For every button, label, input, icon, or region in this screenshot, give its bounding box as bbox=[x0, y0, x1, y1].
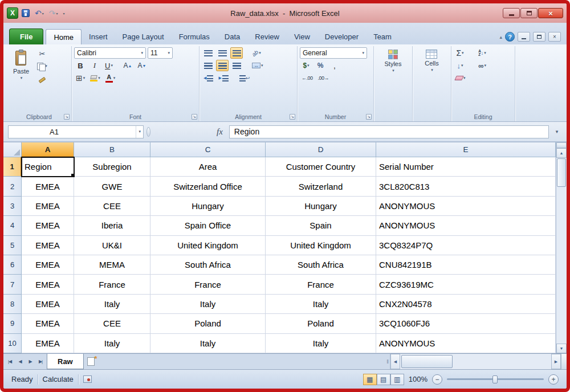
page-layout-view-button[interactable]: ▤ bbox=[377, 374, 390, 385]
cell-E1[interactable]: Serial Number bbox=[376, 157, 556, 177]
redo-button[interactable]: ↷▾ bbox=[47, 8, 60, 18]
excel-app-icon[interactable]: X bbox=[7, 7, 18, 19]
first-sheet-button[interactable]: |◀ bbox=[5, 356, 15, 368]
merge-center-button[interactable]: ↔▾ bbox=[250, 60, 265, 71]
insert-worksheet-button[interactable] bbox=[84, 354, 99, 369]
cell-A9[interactable]: EMEA bbox=[22, 314, 74, 333]
cell-B5[interactable]: UK&I bbox=[74, 236, 150, 255]
align-center-button[interactable] bbox=[216, 60, 229, 71]
alignment-dialog-launcher[interactable]: ↘ bbox=[290, 114, 295, 120]
row-header-4[interactable]: 4 bbox=[3, 216, 22, 235]
tab-insert[interactable]: Insert bbox=[82, 29, 115, 44]
vertical-scrollbar[interactable]: ▲ ▼ bbox=[556, 142, 567, 353]
row-header-3[interactable]: 3 bbox=[3, 197, 22, 216]
next-sheet-button[interactable]: ▶ bbox=[25, 356, 35, 368]
align-right-button[interactable] bbox=[230, 60, 243, 71]
last-sheet-button[interactable]: ▶| bbox=[35, 356, 46, 368]
scroll-down-button[interactable]: ▼ bbox=[556, 344, 567, 353]
format-painter-button[interactable] bbox=[35, 73, 49, 84]
cell-C8[interactable]: Italy bbox=[150, 295, 266, 314]
tab-formulas[interactable]: Formulas bbox=[172, 29, 217, 44]
autosum-button[interactable]: Σ▾ bbox=[454, 47, 466, 59]
zoom-in-button[interactable]: + bbox=[548, 374, 559, 385]
hscroll-resize-handle[interactable] bbox=[561, 354, 567, 369]
cell-C9[interactable]: Poland bbox=[150, 314, 266, 333]
insert-function-button[interactable]: fx bbox=[213, 127, 226, 137]
row-header-2[interactable]: 2 bbox=[3, 177, 22, 196]
cell-B9[interactable]: CEE bbox=[74, 314, 150, 333]
tab-developer[interactable]: Developer bbox=[317, 29, 366, 44]
cell-B8[interactable]: Italy bbox=[74, 295, 150, 314]
cell-C5[interactable]: United Kingdom bbox=[150, 236, 266, 255]
scroll-up-button[interactable]: ▲ bbox=[556, 148, 567, 158]
row-header-1[interactable]: 1 bbox=[3, 157, 22, 177]
row-header-5[interactable]: 5 bbox=[3, 236, 22, 255]
select-all-corner[interactable] bbox=[3, 142, 22, 157]
close-button[interactable]: × bbox=[538, 8, 563, 18]
wrap-text-button[interactable]: ↩ bbox=[238, 72, 252, 84]
sheet-tab-raw[interactable]: Raw bbox=[47, 354, 84, 369]
cell-D10[interactable]: Italy bbox=[266, 334, 376, 353]
tab-review[interactable]: Review bbox=[247, 29, 287, 44]
paste-button[interactable]: Paste ▾ bbox=[9, 47, 33, 84]
split-handle[interactable] bbox=[556, 142, 567, 148]
name-box-resize-handle[interactable] bbox=[146, 127, 150, 137]
prev-sheet-button[interactable]: ◀ bbox=[15, 356, 25, 368]
shrink-font-button[interactable]: A▼ bbox=[136, 60, 148, 71]
save-button[interactable] bbox=[20, 8, 31, 18]
cell-A10[interactable]: EMEA bbox=[22, 334, 74, 353]
column-header-A[interactable]: A bbox=[22, 142, 74, 157]
horizontal-scroll-thumb[interactable] bbox=[401, 355, 453, 368]
cell-C10[interactable]: Italy bbox=[150, 334, 266, 353]
zoom-level[interactable]: 100% bbox=[409, 375, 427, 383]
cell-E5[interactable]: 3CQ8324P7Q bbox=[376, 236, 556, 255]
increase-decimal-button[interactable]: ←.00 bbox=[300, 72, 315, 84]
cell-E2[interactable]: 3CL820C813 bbox=[376, 177, 556, 196]
orientation-button[interactable]: ab▾ bbox=[250, 47, 263, 59]
file-tab[interactable]: File bbox=[9, 28, 43, 44]
cell-E9[interactable]: 3CQ1060FJ6 bbox=[376, 314, 556, 333]
row-header-7[interactable]: 7 bbox=[3, 275, 22, 294]
align-middle-button[interactable] bbox=[216, 47, 229, 59]
decrease-decimal-button[interactable]: .00→ bbox=[316, 72, 331, 84]
cell-E8[interactable]: CNX2N04578 bbox=[376, 295, 556, 314]
cell-E6[interactable]: CNU842191B bbox=[376, 255, 556, 275]
cell-A5[interactable]: EMEA bbox=[22, 236, 74, 255]
cell-A6[interactable]: EMEA bbox=[22, 255, 74, 275]
zoom-slider[interactable] bbox=[447, 374, 544, 385]
decrease-indent-button[interactable]: ◀ bbox=[202, 72, 215, 84]
cell-C4[interactable]: Spain Office bbox=[150, 216, 266, 235]
accounting-format-button[interactable]: $▾ bbox=[300, 60, 312, 71]
tab-team[interactable]: Team bbox=[366, 29, 399, 44]
borders-button[interactable]: ⊞▾ bbox=[74, 72, 87, 84]
cell-D7[interactable]: France bbox=[266, 275, 376, 294]
align-top-button[interactable] bbox=[202, 47, 214, 59]
cell-A7[interactable]: EMEA bbox=[22, 275, 74, 294]
cell-B10[interactable]: Italy bbox=[74, 334, 150, 353]
align-bottom-button[interactable] bbox=[230, 47, 243, 59]
column-header-E[interactable]: E bbox=[376, 142, 556, 157]
cell-D6[interactable]: South Africa bbox=[266, 255, 376, 275]
fill-button[interactable]: ↓▾ bbox=[454, 60, 466, 71]
row-header-6[interactable]: 6 bbox=[3, 255, 22, 275]
styles-button[interactable]: Styles ▾ bbox=[381, 47, 406, 74]
cell-D4[interactable]: Spain bbox=[266, 216, 376, 235]
row-header-8[interactable]: 8 bbox=[3, 295, 22, 314]
comma-style-button[interactable]: , bbox=[328, 60, 341, 71]
formula-input[interactable]: Region bbox=[229, 125, 549, 138]
cell-D5[interactable]: United Kingdom bbox=[266, 236, 376, 255]
scroll-right-button[interactable]: ▶ bbox=[551, 354, 561, 369]
vertical-scroll-thumb[interactable] bbox=[557, 158, 566, 187]
cell-D2[interactable]: Switzerland bbox=[266, 177, 376, 196]
number-format-combo[interactable]: General▾ bbox=[300, 47, 367, 59]
column-header-C[interactable]: C bbox=[150, 142, 266, 157]
copy-button[interactable]: ▾ bbox=[35, 60, 49, 72]
cell-D1[interactable]: Customer Country bbox=[266, 157, 376, 177]
cell-D3[interactable]: Hungary bbox=[266, 197, 376, 216]
clear-button[interactable]: ▾ bbox=[454, 72, 467, 84]
cell-B4[interactable]: Iberia bbox=[74, 216, 150, 235]
maximize-button[interactable] bbox=[520, 8, 538, 18]
name-box-dropdown-icon[interactable]: ▾ bbox=[136, 126, 143, 138]
cell-D9[interactable]: Poland bbox=[266, 314, 376, 333]
font-name-combo[interactable]: Calibri▾ bbox=[74, 47, 146, 59]
